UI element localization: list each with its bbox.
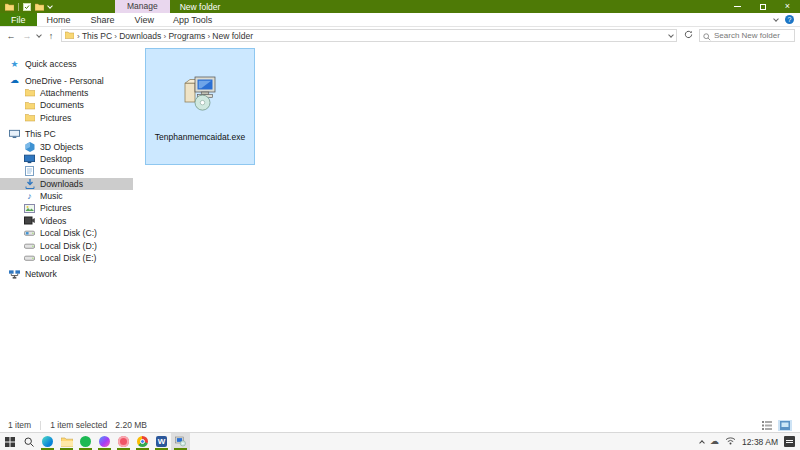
qat-new-folder-icon[interactable] [35,3,44,11]
network-icon [9,269,20,280]
file-tile-selected[interactable]: Tenphanmemcaidat.exe [145,48,255,165]
sidebar-item-onedrive-personal[interactable]: ☁OneDrive - Personal [0,74,133,86]
address-dropdown-chevron-icon[interactable] [668,32,674,38]
sidebar-item-pictures[interactable]: Pictures [0,202,133,214]
sidebar-item-music[interactable]: ♪Music [0,190,133,202]
breadcrumb: › This PC › Downloads › Programs › New f… [77,31,253,41]
cube-icon [24,141,35,152]
sidebar-item-videos[interactable]: Videos [0,215,133,227]
system-tray: ☁ 12:38 AM [700,433,800,450]
expand-ribbon-chevron-icon[interactable] [773,16,779,22]
breadcrumb-item[interactable]: Downloads [119,31,161,41]
desktop-icon [24,153,35,164]
onedrive-tray-icon[interactable]: ☁ [710,437,719,446]
taskbar-app-edge[interactable] [38,433,57,450]
taskbar-app-installer-active[interactable] [171,433,190,450]
tab-share[interactable]: Share [81,13,125,26]
taskbar-app-app-pink[interactable] [114,433,133,450]
sidebar-item-label: Pictures [40,203,71,213]
large-icons-view-button[interactable] [778,420,792,431]
sidebar: ★Quick access☁OneDrive - PersonalAttachm… [0,44,133,418]
up-button[interactable]: ↑ [45,31,57,41]
cloud-icon: ☁ [9,75,20,86]
sidebar-item-local-disk-e[interactable]: Local Disk (E:) [0,252,133,264]
minimize-button[interactable] [725,0,750,13]
action-center-icon[interactable] [784,436,795,447]
sidebar-item-network[interactable]: Network [0,268,133,280]
file-explorer-window: Manage New folder × File Home Share View… [0,0,800,450]
close-button[interactable]: × [775,0,800,13]
taskbar-app-app-green[interactable] [76,433,95,450]
title-bar: Manage New folder × [0,0,800,13]
maximize-button[interactable] [750,0,775,13]
wifi-icon[interactable] [725,436,736,447]
sidebar-item-pictures[interactable]: Pictures [0,112,133,124]
sidebar-item-local-disk-d[interactable]: Local Disk (D:) [0,239,133,251]
status-selection: 1 item selected [50,420,107,430]
window-controls: × [725,0,800,13]
taskbar-search-button[interactable] [19,433,38,450]
tab-file[interactable]: File [0,13,37,26]
sidebar-item-label: Music [40,191,63,201]
qat-customize-chevron-icon[interactable] [47,3,53,9]
status-separator [40,421,41,430]
minimize-icon [734,6,741,7]
documents-icon [24,166,35,177]
videos-icon [24,215,35,226]
sidebar-item-label: Local Disk (E:) [40,253,96,263]
status-item-count: 1 item [8,420,31,430]
breadcrumb-item[interactable]: This PC [82,31,112,41]
status-size: 2.20 MB [115,420,147,430]
back-button[interactable]: ← [5,31,17,41]
sidebar-item-label: This PC [25,129,56,139]
start-button[interactable] [0,433,19,450]
tab-app-tools[interactable]: App Tools [164,13,221,26]
search-box[interactable] [699,29,795,42]
sidebar-item-this-pc[interactable]: This PC [0,128,133,140]
address-row: ← → ↑ › This PC › Downloads › Programs ›… [0,27,800,44]
tab-home[interactable]: Home [37,13,81,26]
qat-properties-icon[interactable] [23,3,31,11]
address-bar[interactable]: › This PC › Downloads › Programs › New f… [61,29,677,42]
sidebar-item-label: Videos [40,216,66,226]
taskbar-app-app-purple[interactable] [95,433,114,450]
sidebar-item-quick-access[interactable]: ★Quick access [0,58,133,70]
manage-contextual-label: Manage [115,0,170,13]
qat-separator [18,3,19,11]
taskbar-app-word[interactable]: W [152,433,171,450]
search-input[interactable] [714,31,790,40]
disk-icon [24,240,35,251]
search-icon [703,27,711,45]
downloads-icon [24,178,35,189]
taskbar-clock[interactable]: 12:38 AM [742,437,778,447]
sidebar-item-label: Local Disk (D:) [40,241,97,251]
taskbar-app-file-explorer[interactable] [57,433,76,450]
sidebar-item-label: Downloads [40,179,83,189]
taskbar-app-chrome[interactable] [133,433,152,450]
music-icon: ♪ [24,191,35,202]
sidebar-item-attachments[interactable]: Attachments [0,87,133,99]
sidebar-item-documents[interactable]: Documents [0,99,133,111]
sidebar-item-local-disk-c[interactable]: Local Disk (C:) [0,227,133,239]
folder-icon [24,87,35,98]
tab-view[interactable]: View [125,13,164,26]
breadcrumb-item[interactable]: Programs [168,31,205,41]
sidebar-item-label: Network [25,269,57,279]
sidebar-item-documents[interactable]: Documents [0,165,133,177]
sidebar-item-downloads[interactable]: Downloads [0,178,133,190]
folder-icon [24,112,35,123]
recent-locations-chevron-icon[interactable] [36,32,42,38]
chrome-icon [137,436,148,447]
ribbon-tabs: File Home Share View App Tools ? [0,13,800,27]
edge-icon [42,436,53,447]
forward-button[interactable]: → [21,31,33,41]
file-list-area[interactable]: Tenphanmemcaidat.exe [133,44,800,418]
address-folder-icon [65,31,74,41]
sidebar-item-desktop[interactable]: Desktop [0,153,133,165]
refresh-icon[interactable] [681,30,695,41]
help-icon[interactable]: ? [785,15,794,24]
details-view-button[interactable] [760,420,774,431]
sidebar-item-3d-objects[interactable]: 3D Objects [0,140,133,152]
tray-overflow-chevron-icon[interactable] [699,440,705,446]
breadcrumb-item[interactable]: New folder [212,31,253,41]
